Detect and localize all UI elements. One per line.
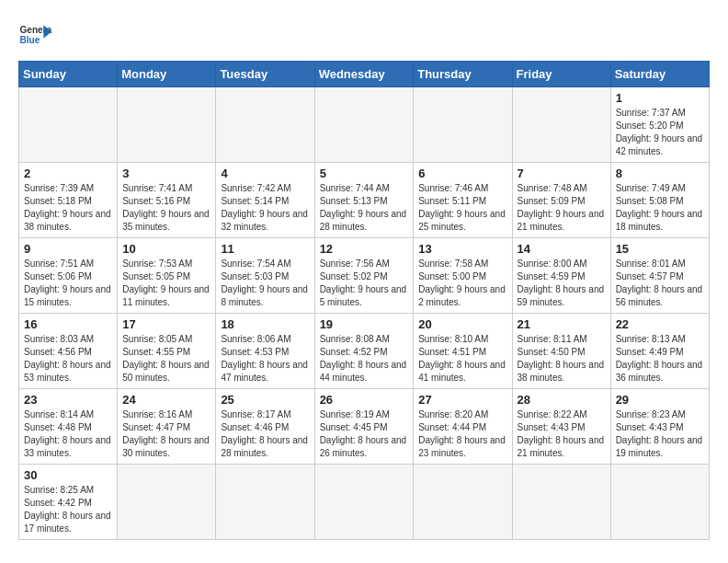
day-number: 21 bbox=[518, 317, 606, 331]
weekday-header-monday: Monday bbox=[118, 62, 216, 87]
day-cell bbox=[512, 465, 610, 540]
day-info: Sunrise: 8:08 AM Sunset: 4:52 PM Dayligh… bbox=[320, 333, 409, 385]
weekday-header-friday: Friday bbox=[512, 62, 610, 87]
day-cell: 19Sunrise: 8:08 AM Sunset: 4:52 PM Dayli… bbox=[314, 314, 414, 389]
day-cell: 12Sunrise: 7:56 AM Sunset: 5:02 PM Dayli… bbox=[314, 238, 414, 314]
day-info: Sunrise: 8:19 AM Sunset: 4:45 PM Dayligh… bbox=[320, 408, 409, 460]
week-row-4: 16Sunrise: 8:03 AM Sunset: 4:56 PM Dayli… bbox=[19, 314, 710, 389]
day-number: 28 bbox=[518, 393, 606, 407]
day-number: 15 bbox=[616, 242, 704, 256]
day-info: Sunrise: 7:48 AM Sunset: 5:09 PM Dayligh… bbox=[518, 182, 606, 234]
svg-text:Blue: Blue bbox=[19, 35, 40, 45]
day-cell: 4Sunrise: 7:42 AM Sunset: 5:14 PM Daylig… bbox=[216, 163, 314, 238]
day-number: 20 bbox=[418, 317, 506, 331]
day-info: Sunrise: 7:46 AM Sunset: 5:11 PM Dayligh… bbox=[418, 182, 506, 234]
calendar-table: SundayMondayTuesdayWednesdayThursdayFrid… bbox=[18, 61, 710, 540]
day-number: 27 bbox=[418, 393, 506, 407]
day-number: 23 bbox=[24, 393, 112, 407]
weekday-header-thursday: Thursday bbox=[414, 62, 512, 87]
day-cell: 17Sunrise: 8:05 AM Sunset: 4:55 PM Dayli… bbox=[118, 314, 216, 389]
day-cell bbox=[216, 465, 314, 540]
day-number: 29 bbox=[616, 393, 704, 407]
day-number: 11 bbox=[221, 242, 309, 256]
day-info: Sunrise: 7:51 AM Sunset: 5:06 PM Dayligh… bbox=[24, 258, 112, 309]
day-info: Sunrise: 8:06 AM Sunset: 4:53 PM Dayligh… bbox=[221, 333, 309, 385]
day-info: Sunrise: 8:00 AM Sunset: 4:59 PM Dayligh… bbox=[518, 258, 606, 309]
day-info: Sunrise: 7:54 AM Sunset: 5:03 PM Dayligh… bbox=[221, 258, 309, 309]
day-number: 16 bbox=[24, 317, 112, 331]
day-cell bbox=[610, 465, 709, 540]
week-row-6: 30Sunrise: 8:25 AM Sunset: 4:42 PM Dayli… bbox=[19, 465, 710, 540]
logo: General Blue bbox=[18, 18, 51, 52]
day-info: Sunrise: 7:41 AM Sunset: 5:16 PM Dayligh… bbox=[122, 182, 210, 234]
day-cell: 10Sunrise: 7:53 AM Sunset: 5:05 PM Dayli… bbox=[118, 238, 216, 314]
day-info: Sunrise: 7:56 AM Sunset: 5:02 PM Dayligh… bbox=[320, 258, 409, 309]
day-number: 19 bbox=[320, 317, 409, 331]
day-cell: 30Sunrise: 8:25 AM Sunset: 4:42 PM Dayli… bbox=[19, 465, 118, 540]
day-info: Sunrise: 7:49 AM Sunset: 5:08 PM Dayligh… bbox=[616, 182, 704, 234]
day-number: 1 bbox=[616, 91, 704, 105]
day-info: Sunrise: 8:17 AM Sunset: 4:46 PM Dayligh… bbox=[221, 408, 309, 460]
day-info: Sunrise: 8:14 AM Sunset: 4:48 PM Dayligh… bbox=[24, 408, 112, 460]
weekday-header-saturday: Saturday bbox=[610, 62, 709, 87]
day-number: 8 bbox=[616, 167, 704, 180]
day-info: Sunrise: 8:01 AM Sunset: 4:57 PM Dayligh… bbox=[616, 258, 704, 309]
day-info: Sunrise: 8:25 AM Sunset: 4:42 PM Dayligh… bbox=[24, 484, 112, 535]
week-row-1: 1Sunrise: 7:37 AM Sunset: 5:20 PM Daylig… bbox=[19, 87, 710, 163]
day-number: 22 bbox=[616, 317, 704, 331]
day-cell bbox=[19, 87, 118, 163]
day-number: 6 bbox=[418, 167, 506, 180]
day-number: 14 bbox=[518, 242, 606, 256]
week-row-5: 23Sunrise: 8:14 AM Sunset: 4:48 PM Dayli… bbox=[19, 389, 710, 465]
day-info: Sunrise: 7:58 AM Sunset: 5:00 PM Dayligh… bbox=[418, 258, 506, 309]
day-cell: 23Sunrise: 8:14 AM Sunset: 4:48 PM Dayli… bbox=[19, 389, 118, 465]
day-cell: 21Sunrise: 8:11 AM Sunset: 4:50 PM Dayli… bbox=[512, 314, 610, 389]
day-cell bbox=[314, 87, 414, 163]
day-number: 13 bbox=[418, 242, 506, 256]
weekday-header-sunday: Sunday bbox=[19, 62, 118, 87]
day-info: Sunrise: 7:42 AM Sunset: 5:14 PM Dayligh… bbox=[221, 182, 309, 234]
day-cell: 3Sunrise: 7:41 AM Sunset: 5:16 PM Daylig… bbox=[118, 163, 216, 238]
day-number: 30 bbox=[24, 468, 112, 482]
day-cell bbox=[414, 87, 512, 163]
day-info: Sunrise: 8:23 AM Sunset: 4:43 PM Dayligh… bbox=[616, 408, 704, 460]
day-info: Sunrise: 8:11 AM Sunset: 4:50 PM Dayligh… bbox=[518, 333, 606, 385]
day-number: 25 bbox=[221, 393, 309, 407]
day-cell: 14Sunrise: 8:00 AM Sunset: 4:59 PM Dayli… bbox=[512, 238, 610, 314]
day-cell: 7Sunrise: 7:48 AM Sunset: 5:09 PM Daylig… bbox=[512, 163, 610, 238]
day-cell: 16Sunrise: 8:03 AM Sunset: 4:56 PM Dayli… bbox=[19, 314, 118, 389]
weekday-header-wednesday: Wednesday bbox=[314, 62, 414, 87]
weekday-header-row: SundayMondayTuesdayWednesdayThursdayFrid… bbox=[19, 62, 710, 87]
day-info: Sunrise: 7:39 AM Sunset: 5:18 PM Dayligh… bbox=[24, 182, 112, 234]
day-cell: 1Sunrise: 7:37 AM Sunset: 5:20 PM Daylig… bbox=[610, 87, 709, 163]
day-info: Sunrise: 8:05 AM Sunset: 4:55 PM Dayligh… bbox=[122, 333, 210, 385]
day-cell: 29Sunrise: 8:23 AM Sunset: 4:43 PM Dayli… bbox=[610, 389, 709, 465]
day-cell: 2Sunrise: 7:39 AM Sunset: 5:18 PM Daylig… bbox=[19, 163, 118, 238]
day-info: Sunrise: 8:13 AM Sunset: 4:49 PM Dayligh… bbox=[616, 333, 704, 385]
day-cell: 9Sunrise: 7:51 AM Sunset: 5:06 PM Daylig… bbox=[19, 238, 118, 314]
day-info: Sunrise: 7:44 AM Sunset: 5:13 PM Dayligh… bbox=[320, 182, 409, 234]
day-cell: 20Sunrise: 8:10 AM Sunset: 4:51 PM Dayli… bbox=[414, 314, 512, 389]
logo-icon: General Blue bbox=[18, 18, 51, 52]
day-cell: 6Sunrise: 7:46 AM Sunset: 5:11 PM Daylig… bbox=[414, 163, 512, 238]
day-info: Sunrise: 7:37 AM Sunset: 5:20 PM Dayligh… bbox=[616, 107, 704, 158]
day-number: 5 bbox=[320, 167, 409, 180]
day-cell: 11Sunrise: 7:54 AM Sunset: 5:03 PM Dayli… bbox=[216, 238, 314, 314]
day-info: Sunrise: 8:03 AM Sunset: 4:56 PM Dayligh… bbox=[24, 333, 112, 385]
day-cell: 25Sunrise: 8:17 AM Sunset: 4:46 PM Dayli… bbox=[216, 389, 314, 465]
day-number: 24 bbox=[122, 393, 210, 407]
day-number: 12 bbox=[320, 242, 409, 256]
day-cell bbox=[216, 87, 314, 163]
day-cell: 27Sunrise: 8:20 AM Sunset: 4:44 PM Dayli… bbox=[414, 389, 512, 465]
day-number: 2 bbox=[24, 167, 112, 180]
day-number: 10 bbox=[122, 242, 210, 256]
day-info: Sunrise: 8:10 AM Sunset: 4:51 PM Dayligh… bbox=[418, 333, 506, 385]
day-number: 18 bbox=[221, 317, 309, 331]
day-cell: 26Sunrise: 8:19 AM Sunset: 4:45 PM Dayli… bbox=[314, 389, 414, 465]
day-cell bbox=[414, 465, 512, 540]
day-info: Sunrise: 7:53 AM Sunset: 5:05 PM Dayligh… bbox=[122, 258, 210, 309]
day-info: Sunrise: 8:20 AM Sunset: 4:44 PM Dayligh… bbox=[418, 408, 506, 460]
week-row-2: 2Sunrise: 7:39 AM Sunset: 5:18 PM Daylig… bbox=[19, 163, 710, 238]
day-cell bbox=[118, 465, 216, 540]
day-cell: 22Sunrise: 8:13 AM Sunset: 4:49 PM Dayli… bbox=[610, 314, 709, 389]
